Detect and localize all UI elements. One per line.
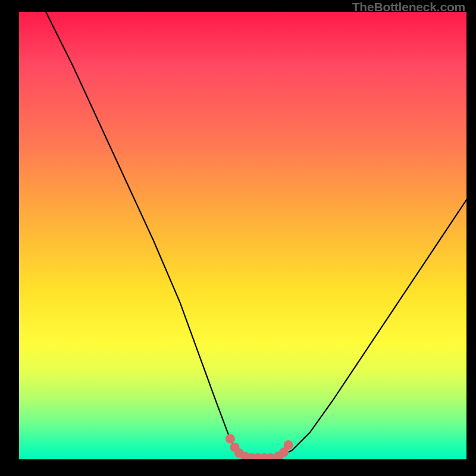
chart-svg	[19, 12, 466, 459]
marker-dot	[226, 434, 235, 443]
marker-dots	[226, 434, 293, 459]
plot-area	[19, 12, 466, 459]
curve-path	[46, 12, 466, 459]
curve-line	[46, 12, 466, 459]
marker-dot	[284, 440, 293, 450]
watermark-text: TheBottleneck.com	[352, 0, 465, 14]
chart-frame: TheBottleneck.com	[0, 0, 476, 476]
